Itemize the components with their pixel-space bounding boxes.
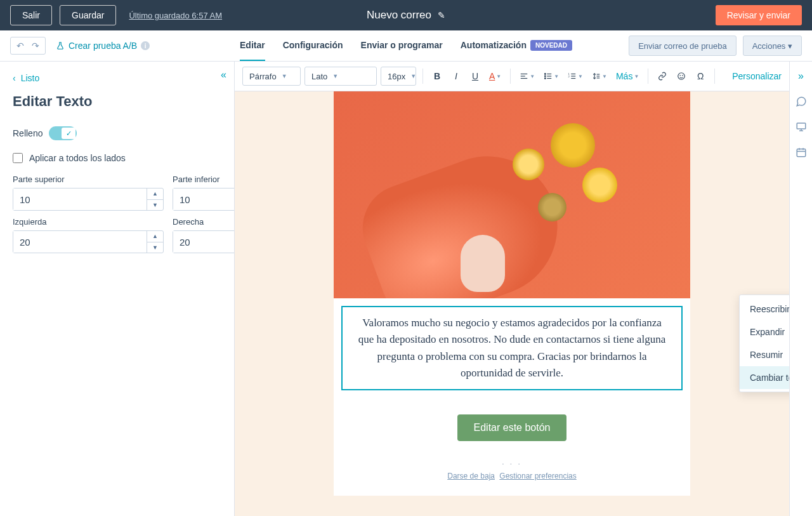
- svg-text:2: 2: [568, 75, 570, 78]
- text-block-selected[interactable]: Valoramos mucho su negocio y estamos agr…: [341, 306, 683, 390]
- email-canvas[interactable]: Valoramos mucho su negocio y estamos agr…: [235, 91, 789, 516]
- tab-config[interactable]: Configuración: [283, 30, 343, 61]
- info-icon[interactable]: i: [141, 41, 150, 50]
- list-ul-button[interactable]: ▼: [541, 69, 561, 84]
- flower-icon: [551, 123, 595, 168]
- main-tabs: Editar Configuración Enviar o programar …: [240, 30, 572, 61]
- tab-send[interactable]: Enviar o programar: [361, 30, 443, 61]
- chevron-down-icon: ▼: [282, 73, 287, 79]
- padding-left-input[interactable]: [13, 231, 147, 253]
- padding-right-field: Derecha ▲ ▼: [173, 217, 235, 253]
- apply-all-checkbox[interactable]: [13, 153, 23, 163]
- list-ol-button[interactable]: 12 ▼: [565, 69, 586, 84]
- menu-item-change-tone[interactable]: Cambiar tono ›: [740, 366, 789, 389]
- padding-bottom-field: Parte inferior ▲ ▼: [173, 175, 235, 211]
- padding-bottom-label: Parte inferior: [173, 175, 235, 184]
- pencil-icon[interactable]: ✎: [438, 10, 445, 20]
- chevron-left-icon: ‹: [13, 73, 16, 83]
- personalize-link[interactable]: Personalizar: [732, 71, 782, 81]
- tab-automation-label: Automatización: [461, 40, 527, 50]
- stepper-up-icon[interactable]: ▲: [147, 189, 163, 200]
- expand-panel-icon[interactable]: »: [798, 70, 804, 82]
- link-button[interactable]: [655, 69, 670, 84]
- separator: [648, 69, 648, 84]
- stepper-down-icon[interactable]: ▼: [147, 200, 163, 211]
- padding-top-input[interactable]: [13, 189, 147, 210]
- font-value: Lato: [311, 72, 327, 81]
- svg-point-20: [683, 76, 683, 76]
- padding-label: Relleno: [13, 128, 43, 138]
- font-dropdown[interactable]: Lato ▼: [304, 67, 377, 86]
- display-icon[interactable]: [796, 121, 807, 133]
- center-area: Párrafo ▼ Lato ▼ 16px ▼ B I U A▼ ▼: [235, 62, 789, 516]
- unsubscribe-link[interactable]: Darse de baja: [447, 472, 495, 480]
- main-layout: « ‹ Listo Editar Texto Relleno ✓ Aplicar…: [0, 62, 812, 516]
- cta-button[interactable]: Editar este botón: [457, 414, 567, 441]
- padding-bottom-input[interactable]: [173, 189, 235, 210]
- undo-button[interactable]: ↶: [14, 41, 27, 51]
- padding-left-field: Izquierda ▲ ▼: [13, 217, 164, 253]
- text-toolbar: Párrafo ▼ Lato ▼ 16px ▼ B I U A▼ ▼: [235, 62, 789, 91]
- size-dropdown[interactable]: 16px ▼: [381, 67, 416, 86]
- style-dropdown[interactable]: Párrafo ▼: [242, 67, 301, 86]
- collapse-sidebar-icon[interactable]: «: [221, 69, 226, 81]
- actions-dropdown[interactable]: Acciones ▾: [743, 36, 802, 56]
- menu-item-rewrite[interactable]: Reescribir: [740, 298, 789, 321]
- new-badge: NOVEDAD: [530, 40, 572, 51]
- menu-item-summarize[interactable]: Resumir: [740, 343, 789, 366]
- document-title: Nuevo correo: [367, 9, 431, 22]
- tab-automation[interactable]: Automatización NOVEDAD: [461, 30, 572, 61]
- undo-redo-group: ↶ ↷: [10, 37, 46, 55]
- align-button[interactable]: ▼: [517, 69, 537, 84]
- comments-icon[interactable]: [796, 96, 807, 107]
- text-color-button[interactable]: A▼: [487, 69, 504, 84]
- hero-image[interactable]: [334, 91, 690, 298]
- tab-edit[interactable]: Editar: [240, 30, 265, 61]
- flower-icon: [582, 168, 617, 202]
- emoji-button[interactable]: [674, 69, 689, 84]
- left-sidebar: « ‹ Listo Editar Texto Relleno ✓ Aplicar…: [0, 62, 235, 516]
- right-ribbon: »: [789, 62, 812, 516]
- padding-bottom-stepper: ▲ ▼: [173, 188, 235, 211]
- padding-right-input[interactable]: [173, 231, 235, 253]
- top-header: Salir Guardar Último guardado 6:57 AM Nu…: [0, 0, 812, 30]
- review-send-button[interactable]: Revisar y enviar: [716, 5, 802, 25]
- redo-button[interactable]: ↷: [29, 41, 42, 51]
- last-saved-link[interactable]: Último guardado 6:57 AM: [129, 11, 222, 20]
- separator: [510, 69, 511, 84]
- flowers-graphic: [500, 104, 652, 244]
- padding-right-label: Derecha: [173, 217, 235, 227]
- document-title-area: Nuevo correo ✎: [367, 9, 445, 22]
- ai-context-menu: Reescribir Expandir Resumir Cambiar tono…: [739, 294, 789, 392]
- size-value: 16px: [388, 72, 405, 81]
- stepper-down-icon[interactable]: ▼: [147, 242, 163, 253]
- svg-point-4: [545, 76, 546, 77]
- padding-toggle[interactable]: ✓: [49, 126, 77, 140]
- more-dropdown[interactable]: Más▼: [613, 69, 641, 84]
- chevron-down-icon: ▼: [410, 73, 416, 79]
- svg-rect-21: [797, 123, 806, 129]
- underline-button[interactable]: U: [468, 69, 483, 84]
- stepper-up-icon[interactable]: ▲: [147, 231, 163, 242]
- style-value: Párrafo: [249, 72, 277, 81]
- hand-graphic: [461, 235, 505, 292]
- line-height-button[interactable]: ▼: [589, 69, 610, 84]
- bold-button[interactable]: B: [429, 69, 445, 84]
- padding-top-stepper: ▲ ▼: [13, 188, 164, 211]
- exit-button[interactable]: Salir: [10, 5, 52, 25]
- special-char-button[interactable]: Ω: [693, 69, 708, 84]
- padding-left-label: Izquierda: [13, 217, 164, 227]
- menu-item-expand[interactable]: Expandir: [740, 321, 789, 343]
- stepper-buttons: ▲ ▼: [147, 231, 163, 253]
- back-link[interactable]: ‹ Listo: [0, 62, 234, 88]
- send-test-button[interactable]: Enviar correo de prueba: [629, 36, 736, 56]
- save-button[interactable]: Guardar: [60, 5, 116, 25]
- manage-prefs-link[interactable]: Gestionar preferencias: [499, 472, 576, 480]
- footer-dots: . . .: [334, 458, 690, 466]
- calendar-icon[interactable]: [796, 147, 807, 158]
- panel-title: Editar Texto: [0, 88, 234, 121]
- apply-all-row: Aplicar a todos los lados: [0, 145, 234, 171]
- svg-point-19: [680, 76, 681, 76]
- ab-test-link[interactable]: Crear prueba A/B i: [56, 41, 150, 51]
- italic-button[interactable]: I: [449, 69, 464, 84]
